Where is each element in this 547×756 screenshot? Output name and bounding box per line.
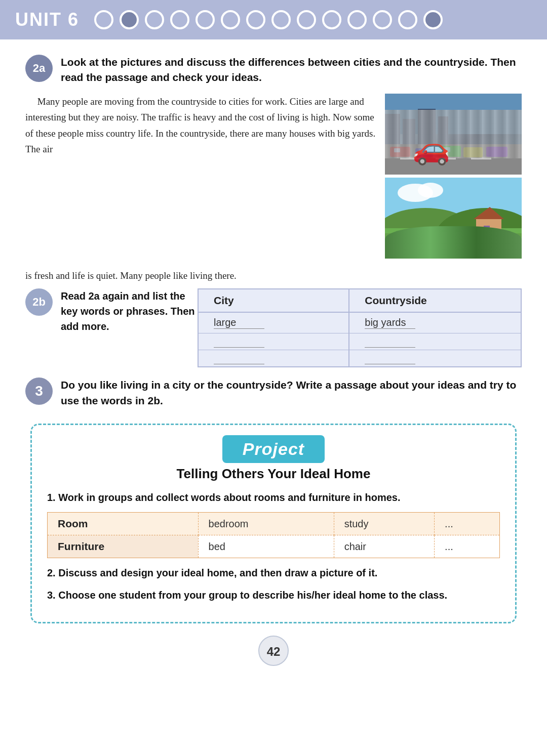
exercise-2a-header: 2a Look at the pictures and discuss the … <box>25 55 522 86</box>
project-table-furniture-more: ... <box>435 535 500 558</box>
table-row-3 <box>198 350 521 367</box>
exercise-2b-instruction: Read 2a again and list the key words or … <box>61 288 198 334</box>
circle-5 <box>196 10 215 29</box>
countryside-word-2 <box>365 335 415 348</box>
svg-rect-16 <box>443 147 450 152</box>
project-table-row-room: Room bedroom study ... <box>48 513 500 535</box>
exercise-3-instruction: Do you like living in a city or the coun… <box>61 377 522 408</box>
svg-rect-25 <box>385 248 522 253</box>
circle-14 <box>423 10 443 29</box>
project-table-bed: bed <box>198 535 334 558</box>
project-item-1: 1. Work in groups and collect words abou… <box>47 490 500 505</box>
svg-rect-7 <box>436 157 456 159</box>
table-city-row3 <box>198 350 349 367</box>
circle-4 <box>170 10 189 29</box>
svg-rect-28 <box>484 226 490 236</box>
project-title-wrap: Project <box>47 435 500 463</box>
page-number-section: 42 <box>25 636 522 666</box>
svg-rect-13 <box>486 147 507 157</box>
photos-column <box>385 94 522 259</box>
project-item-3: 3. Choose one student from your group to… <box>47 587 500 603</box>
header-bar: UNIT 6 <box>0 0 547 39</box>
table-countryside-row3 <box>349 350 521 367</box>
project-table-bedroom: bedroom <box>198 513 334 535</box>
countryside-image <box>385 178 522 259</box>
unit-label: UNIT 6 <box>15 9 79 30</box>
table-row-2 <box>198 333 521 350</box>
project-table-furniture-label: Furniture <box>48 535 199 558</box>
vocabulary-table: City Countryside large big yards <box>198 288 522 367</box>
main-content: 2a Look at the pictures and discuss the … <box>0 39 547 681</box>
countryside-photo <box>385 178 522 259</box>
circle-8 <box>271 10 291 29</box>
circle-9 <box>297 10 316 29</box>
svg-rect-26 <box>476 218 501 236</box>
countryside-svg <box>385 178 522 259</box>
svg-rect-23 <box>385 233 522 237</box>
passage-text: Many people are moving from the countrys… <box>25 94 385 259</box>
svg-rect-22 <box>385 228 522 259</box>
table-countryside-row1: big yards <box>349 312 521 333</box>
circle-12 <box>373 10 392 29</box>
countryside-word-3 <box>365 352 415 364</box>
svg-rect-10 <box>415 148 433 157</box>
circle-7 <box>246 10 265 29</box>
city-word-1: large <box>214 317 264 329</box>
table-countryside-row2 <box>349 333 521 350</box>
exercise-2a-badge: 2a <box>25 55 53 82</box>
svg-rect-6 <box>400 157 420 159</box>
exercise-2b-left: 2b Read 2a again and list the key words … <box>25 288 198 334</box>
table-city-row2 <box>198 333 349 350</box>
exercise-3-badge: 3 <box>25 377 53 405</box>
svg-rect-3 <box>418 109 436 144</box>
svg-rect-11 <box>438 146 461 157</box>
svg-rect-4 <box>438 116 448 144</box>
project-section: Project Telling Others Your Ideal Home 1… <box>30 424 517 623</box>
city-svg <box>385 94 522 175</box>
circle-10 <box>322 10 341 29</box>
city-traffic-image <box>385 94 522 175</box>
project-table: Room bedroom study ... Furniture bed cha… <box>47 512 500 558</box>
circle-1 <box>94 10 113 29</box>
table-header-countryside: Countryside <box>349 289 521 312</box>
svg-point-19 <box>418 183 443 198</box>
svg-rect-2 <box>403 119 415 144</box>
page-number: 42 <box>258 636 289 666</box>
project-title: Project <box>222 435 325 463</box>
city-traffic-photo <box>385 94 522 175</box>
countryside-word-1: big yards <box>365 317 415 329</box>
city-word-3 <box>214 352 264 364</box>
project-subtitle: Telling Others Your Ideal Home <box>47 466 500 482</box>
svg-rect-8 <box>471 157 491 159</box>
exercise-2b-section: 2b Read 2a again and list the key words … <box>25 288 522 367</box>
svg-rect-9 <box>390 147 410 157</box>
circle-2 <box>120 10 139 29</box>
circle-13 <box>398 10 417 29</box>
exercise-2a-instruction: Look at the pictures and discuss the dif… <box>61 55 522 86</box>
table-city-row1: large <box>198 312 349 333</box>
svg-rect-14 <box>394 148 400 152</box>
svg-rect-0 <box>385 94 522 134</box>
exercise-2b-badge: 2b <box>25 288 53 316</box>
exercise-3-section: 3 Do you like living in a city or the co… <box>25 377 522 408</box>
project-table-row-furniture: Furniture bed chair ... <box>48 535 500 558</box>
passage-continuation: is fresh and life is quiet. Many people … <box>25 268 522 283</box>
circle-6 <box>221 10 240 29</box>
project-table-study: study <box>334 513 434 535</box>
svg-rect-12 <box>463 147 483 157</box>
project-table-chair: chair <box>334 535 434 558</box>
city-word-2 <box>214 335 264 348</box>
project-item-2: 2. Discuss and design your ideal home, a… <box>47 565 500 580</box>
circle-11 <box>347 10 367 29</box>
project-table-room-label: Room <box>48 513 199 535</box>
table-row-1: large big yards <box>198 312 521 333</box>
svg-rect-1 <box>385 114 400 144</box>
svg-rect-24 <box>385 241 522 245</box>
progress-circles <box>94 10 443 29</box>
exercise-2a-content: Many people are moving from the countrys… <box>25 94 522 259</box>
circle-3 <box>145 10 164 29</box>
project-table-room-more: ... <box>435 513 500 535</box>
table-header-city: City <box>198 289 349 312</box>
svg-rect-15 <box>419 150 424 153</box>
